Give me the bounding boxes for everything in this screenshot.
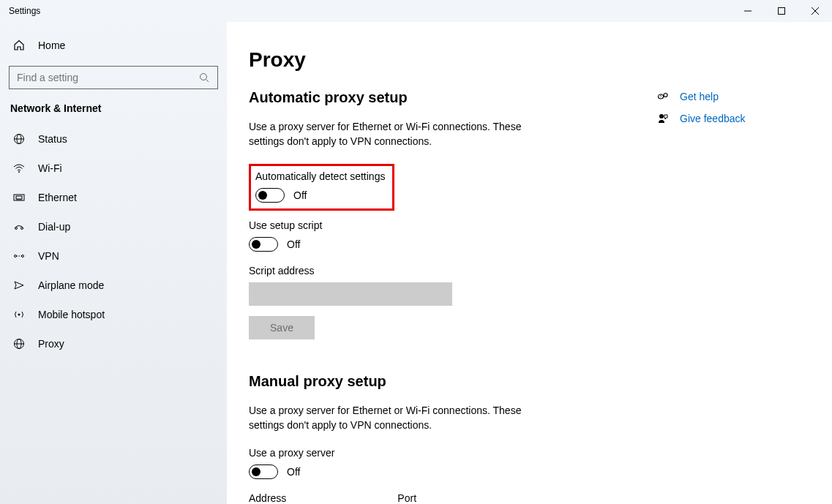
setup-script-label: Use setup script — [249, 219, 612, 231]
manual-section-title: Manual proxy setup — [249, 373, 612, 390]
proxy-icon — [12, 338, 26, 350]
sidebar-item-label: Ethernet — [38, 192, 77, 203]
sidebar-item-label: Airplane mode — [38, 279, 104, 291]
auto-detect-state: Off — [293, 189, 307, 201]
give-feedback-link[interactable]: Give feedback — [656, 113, 803, 124]
svg-point-9 — [18, 171, 20, 173]
highlight-annotation: Automatically detect settings Off — [249, 164, 394, 211]
svg-point-27 — [659, 114, 664, 119]
search-box[interactable] — [9, 66, 218, 89]
sidebar-item-label: Dial-up — [38, 221, 70, 233]
sidebar-item-vpn[interactable]: VPN — [0, 241, 227, 271]
sidebar-item-status[interactable]: Status — [0, 124, 227, 154]
home-label: Home — [38, 40, 65, 51]
auto-section-desc: Use a proxy server for Ethernet or Wi-Fi… — [249, 119, 556, 149]
give-feedback-text: Give feedback — [680, 113, 746, 124]
manual-section-desc: Use a proxy server for Ethernet or Wi-Fi… — [249, 403, 556, 433]
save-script-button[interactable]: Save — [249, 316, 315, 339]
aside-links: ? Get help Give feedback — [656, 48, 803, 504]
dialup-icon — [12, 221, 26, 233]
ethernet-icon — [12, 192, 26, 203]
use-proxy-label: Use a proxy server — [249, 447, 612, 459]
script-address-label: Script address — [249, 265, 612, 277]
feedback-icon — [656, 113, 670, 124]
sidebar: Home Network & Internet Status — [0, 22, 227, 504]
use-proxy-state: Off — [287, 466, 300, 478]
sidebar-item-hotspot[interactable]: Mobile hotspot — [0, 300, 227, 329]
get-help-link[interactable]: ? Get help — [656, 91, 803, 102]
svg-text:?: ? — [660, 94, 662, 99]
search-input[interactable] — [17, 72, 197, 83]
main-content: Proxy Automatic proxy setup Use a proxy … — [249, 48, 612, 504]
svg-point-25 — [664, 94, 667, 97]
sidebar-item-dialup[interactable]: Dial-up — [0, 212, 227, 241]
svg-rect-11 — [16, 196, 22, 199]
hotspot-icon — [12, 309, 26, 320]
auto-section-title: Automatic proxy setup — [249, 89, 612, 106]
sidebar-item-label: Mobile hotspot — [38, 309, 105, 320]
sidebar-item-proxy[interactable]: Proxy — [0, 329, 227, 358]
help-icon: ? — [656, 91, 670, 102]
wifi-icon — [12, 162, 26, 174]
minimize-button[interactable] — [731, 0, 765, 22]
auto-detect-label: Automatically detect settings — [255, 170, 385, 182]
search-icon — [197, 72, 211, 83]
setup-script-state: Off — [287, 238, 300, 250]
page-title: Proxy — [249, 48, 612, 72]
category-header: Network & Internet — [0, 102, 227, 124]
svg-point-16 — [21, 227, 23, 230]
svg-point-20 — [18, 314, 20, 316]
svg-line-5 — [206, 80, 209, 83]
home-icon — [12, 40, 26, 51]
svg-point-17 — [15, 255, 17, 257]
use-proxy-toggle[interactable] — [249, 464, 278, 479]
svg-rect-1 — [779, 8, 785, 15]
auto-detect-toggle[interactable] — [255, 188, 285, 203]
get-help-text: Get help — [680, 91, 719, 102]
manual-port-label: Port — [397, 492, 416, 504]
home-button[interactable]: Home — [0, 32, 227, 59]
window-title: Settings — [0, 6, 40, 16]
manual-address-label: Address — [249, 492, 286, 504]
script-address-input[interactable] — [249, 282, 452, 306]
airplane-icon — [12, 279, 26, 291]
svg-point-15 — [15, 227, 18, 230]
sidebar-item-label: Status — [38, 133, 67, 145]
sidebar-item-ethernet[interactable]: Ethernet — [0, 183, 227, 212]
sidebar-item-wifi[interactable]: Wi-Fi — [0, 154, 227, 183]
sidebar-item-label: VPN — [38, 250, 59, 262]
sidebar-item-label: Proxy — [38, 338, 64, 350]
maximize-button[interactable] — [765, 0, 798, 22]
svg-point-4 — [200, 74, 207, 80]
sidebar-item-label: Wi-Fi — [38, 162, 62, 174]
close-button[interactable] — [798, 0, 832, 22]
sidebar-item-airplane[interactable]: Airplane mode — [0, 271, 227, 300]
globe-icon — [12, 133, 26, 145]
setup-script-toggle[interactable] — [249, 237, 278, 252]
vpn-icon — [12, 250, 26, 262]
titlebar: Settings — [0, 0, 832, 22]
svg-point-18 — [22, 255, 24, 257]
